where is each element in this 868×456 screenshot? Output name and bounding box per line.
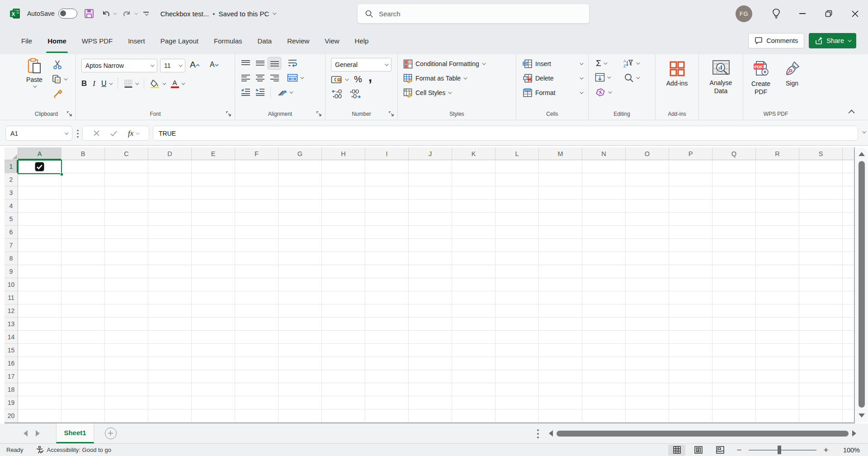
borders-dropdown-icon[interactable] (135, 81, 139, 85)
row-header-20[interactable]: 20 (5, 409, 18, 423)
row-header-7[interactable]: 7 (5, 239, 18, 252)
scroll-down-icon[interactable] (859, 413, 865, 418)
column-header-c[interactable]: C (105, 147, 148, 160)
clear-dropdown-icon[interactable] (608, 90, 612, 93)
column-header-p[interactable]: P (669, 147, 712, 160)
row-4-cells[interactable] (18, 200, 854, 213)
row-16-cells[interactable] (18, 357, 854, 370)
zoom-slider-thumb[interactable] (778, 446, 781, 454)
row-20-cells[interactable] (18, 409, 854, 423)
tab-file[interactable]: File (14, 27, 40, 54)
number-dialog-launcher-icon[interactable] (388, 111, 394, 117)
a1-checkbox[interactable] (35, 162, 44, 171)
column-header-h[interactable]: H (322, 147, 365, 160)
row-header-13[interactable]: 13 (5, 318, 18, 331)
column-header-l[interactable]: L (495, 147, 539, 160)
borders-button[interactable] (124, 79, 138, 88)
vertical-scrollbar[interactable] (855, 147, 868, 422)
row-header-15[interactable]: 15 (5, 344, 18, 357)
merge-center-dropdown-icon[interactable] (300, 75, 304, 79)
name-box-dropdown-icon[interactable] (65, 131, 68, 134)
addins-button[interactable]: Add-ins (656, 60, 698, 87)
row-header-14[interactable]: 14 (5, 331, 18, 344)
comments-button[interactable]: Comments (748, 33, 804, 48)
row-header-9[interactable]: 9 (5, 265, 18, 278)
row-2-cells[interactable] (18, 173, 854, 186)
delete-cells-button[interactable]: Delete (523, 72, 582, 85)
page-layout-view-button[interactable] (690, 445, 707, 456)
column-header-q[interactable]: Q (712, 147, 756, 160)
scroll-right-icon[interactable] (852, 430, 856, 437)
tab-insert[interactable]: Insert (120, 27, 153, 54)
paste-button[interactable]: Paste (22, 58, 47, 88)
column-header-f[interactable]: F (235, 147, 278, 160)
name-box[interactable]: A1 (5, 126, 72, 141)
vertical-scroll-thumb[interactable] (859, 161, 865, 408)
font-dialog-launcher-icon[interactable] (226, 111, 231, 117)
conditional-formatting-button[interactable]: Conditional Formatting (403, 57, 485, 70)
column-header-r[interactable]: R (756, 147, 799, 160)
redo-dropdown-icon[interactable] (134, 11, 138, 14)
number-format-combo[interactable]: General (331, 58, 392, 71)
format-dropdown-icon[interactable] (580, 90, 583, 94)
row-header-2[interactable]: 2 (5, 173, 18, 186)
row-header-4[interactable]: 4 (5, 200, 18, 213)
row-11-cells[interactable] (18, 291, 854, 304)
avatar[interactable]: FG (736, 5, 752, 22)
format-painter-button[interactable] (52, 89, 63, 100)
scroll-left-icon[interactable] (549, 430, 553, 437)
cell-styles-button[interactable]: Cell Styles (403, 86, 451, 99)
decrease-font-size-button[interactable]: A (210, 61, 219, 69)
cut-button[interactable] (52, 60, 62, 70)
row-header-10[interactable]: 10 (5, 278, 18, 291)
find-select-dropdown-icon[interactable] (636, 75, 640, 79)
bold-button[interactable]: B (81, 79, 87, 88)
tab-view[interactable]: View (317, 27, 347, 54)
conditional-formatting-dropdown-icon[interactable] (482, 61, 486, 65)
format-cells-button[interactable]: Format (523, 86, 582, 99)
fill-button[interactable] (595, 73, 610, 82)
zoom-level[interactable]: 100% (836, 446, 860, 454)
fill-color-dropdown-icon[interactable] (162, 81, 166, 85)
page-break-preview-button[interactable] (712, 445, 729, 456)
autosum-dropdown-icon[interactable] (604, 61, 607, 64)
column-header-n[interactable]: N (582, 147, 626, 160)
row-header-3[interactable]: 3 (5, 186, 18, 200)
align-left-button[interactable] (239, 71, 252, 84)
delete-dropdown-icon[interactable] (580, 76, 583, 79)
font-color-button[interactable]: A (171, 79, 184, 88)
accounting-format-button[interactable] (331, 75, 348, 84)
underline-dropdown-icon[interactable] (109, 81, 113, 85)
percent-style-button[interactable]: % (354, 74, 362, 85)
redo-button[interactable] (122, 9, 137, 19)
row-header-16[interactable]: 16 (5, 357, 18, 370)
tab-formulas[interactable]: Formulas (206, 27, 250, 54)
column-header-i[interactable]: I (365, 147, 409, 160)
formula-input[interactable]: TRUE (153, 126, 858, 141)
row-14-cells[interactable] (18, 331, 854, 344)
normal-view-button[interactable] (668, 445, 685, 456)
sheet-tab-sheet1[interactable]: Sheet1 (56, 423, 94, 443)
column-header-a[interactable]: A (18, 147, 61, 160)
tab-wps-pdf[interactable]: WPS PDF (74, 27, 120, 54)
column-header-partial[interactable] (843, 147, 854, 160)
autosave-control[interactable]: AutoSave (27, 9, 77, 19)
format-as-table-button[interactable]: Format as Table (403, 72, 466, 85)
row-7-cells[interactable] (18, 239, 854, 252)
row-19-cells[interactable] (18, 396, 854, 409)
orientation-dropdown-icon[interactable] (289, 90, 293, 93)
minimize-button[interactable] (789, 0, 816, 27)
zoom-in-button[interactable]: + (820, 445, 832, 455)
column-header-k[interactable]: K (452, 147, 495, 160)
orientation-button[interactable] (274, 86, 294, 99)
create-pdf-button[interactable]: PDF Create PDF (746, 60, 776, 96)
font-color-dropdown-icon[interactable] (181, 81, 185, 85)
share-dropdown-icon[interactable] (848, 38, 851, 42)
fill-color-button[interactable] (150, 79, 165, 88)
cell-styles-dropdown-icon[interactable] (448, 90, 452, 94)
tab-home[interactable]: Home (40, 27, 74, 54)
row-header-1[interactable]: 1 (5, 160, 18, 173)
undo-dropdown-icon[interactable] (113, 11, 117, 14)
row-header-5[interactable]: 5 (5, 213, 18, 226)
collapse-ribbon-icon[interactable] (849, 109, 855, 116)
